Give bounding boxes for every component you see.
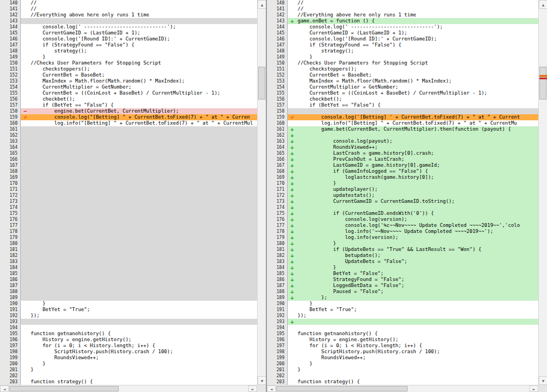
code-row[interactable]: 174 [0,204,257,210]
code-row[interactable]: 163 [0,138,257,144]
code-row[interactable]: 175+ if (CurrentGameID.endsWith('0')) { [267,210,538,217]
code-row[interactable]: 189+ }; [267,295,538,301]
code-row[interactable]: 199 RoundsViewed++; [267,355,538,361]
code-row[interactable]: 189 [0,295,257,301]
code-row[interactable]: 186+ StrategyFound = "False"; [267,277,538,283]
left-hscroll-thumb[interactable] [9,386,119,391]
code-row[interactable]: 190 } [0,301,257,307]
code-row[interactable]: 183+ UpdateBets = "False"; [267,259,538,265]
code-row[interactable]: 166 [0,156,257,162]
code-row[interactable]: 193+ [267,319,538,325]
code-row[interactable]: 200 } [267,361,538,367]
scroll-right-arrow-icon[interactable]: ► [248,385,257,392]
code-row[interactable]: 190 } [267,301,538,307]
code-row[interactable]: 197 for (i = 0; i < History.length; i++)… [267,343,538,349]
code-row[interactable]: 163+ console.log(payout); [267,138,538,144]
code-row[interactable]: 160 log.info("[Betting] " + CurrentBet.t… [0,120,257,126]
code-row[interactable]: 171 [0,186,257,192]
code-row[interactable]: 202 [0,373,257,379]
code-row[interactable]: 186 [0,277,257,283]
code-row[interactable]: 194 [267,325,538,331]
code-row[interactable]: 176+ console.log(version); [267,217,538,223]
code-row[interactable]: 195function getnanohistory() { [267,331,538,337]
code-row[interactable]: 196 History = engine.getHistory(); [0,337,257,343]
code-row[interactable]: 187+ LoggedBetData = "False"; [267,283,538,289]
code-row[interactable]: 203function strategy() { [0,379,257,385]
code-row[interactable]: 196 History = engine.getHistory(); [267,337,538,343]
code-row[interactable]: 158 [267,108,538,114]
code-row[interactable]: 155 CurrentBet = ((CoinLost + BaseBet) /… [0,90,257,96]
code-row[interactable]: 199 RoundsViewed++; [0,355,257,361]
code-row[interactable]: 143+game.onBet = function () { [267,18,538,24]
scroll-left-arrow-icon[interactable]: ◄ [267,385,276,392]
code-row[interactable]: 200 } [0,361,257,367]
code-row[interactable]: 162 [0,132,257,138]
code-row[interactable]: 188 [0,289,257,295]
code-row[interactable]: 177+ console.log('%c~~Nov~~~~ Update Com… [267,223,538,229]
code-row[interactable]: 148 strategy(); [0,48,257,54]
code-row[interactable]: 192}); [267,313,538,319]
code-row[interactable]: 144 console.log(' ----------------------… [267,24,538,30]
code-row[interactable]: 155 CurrentBet = ((CoinLost + BaseBet) /… [267,90,538,96]
code-row[interactable]: 201} [267,367,538,373]
code-row[interactable]: 149 } [0,54,257,60]
code-row[interactable]: 173+ CurrentGameID = CurrentGameID.toStr… [267,198,538,204]
code-row[interactable]: 150//Checks User Parameters for Stopping… [0,60,257,66]
code-row[interactable]: 145 CurrentGameID = (LastGameID + 1); [0,30,257,36]
code-row[interactable]: 140// [267,0,538,6]
scroll-left-arrow-icon[interactable]: ◄ [0,385,9,392]
scroll-up-arrow-icon[interactable]: ▲ [539,0,547,9]
code-row[interactable]: 142//Everything above here only runs 1 t… [0,12,257,18]
code-row[interactable]: 181 [0,247,257,253]
code-row[interactable]: 145 CurrentGameID = (LastGameID + 1); [267,30,538,36]
right-vertical-scrollbar[interactable]: ▲ ▼ [538,0,547,385]
code-row[interactable]: 175 [0,210,257,217]
code-row[interactable]: 193 [0,319,257,325]
code-row[interactable]: 194 [0,325,257,331]
code-row[interactable]: 161 [0,126,257,132]
code-row[interactable]: 197 for (i = 0; i < History.length; i++)… [0,343,257,349]
code-row[interactable]: 203function strategy() { [267,379,538,385]
code-row[interactable]: 185 [0,271,257,277]
scroll-down-arrow-icon[interactable]: ▼ [258,376,266,385]
code-row[interactable]: 164 [0,144,257,150]
code-row[interactable]: 198 ScriptHistory.push(History.crash / 1… [0,349,257,355]
code-row[interactable]: 154 CurrentMultiplier = GetNumber; [0,84,257,90]
scroll-right-arrow-icon[interactable]: ► [529,385,538,392]
code-row[interactable]: 202 [267,373,538,379]
code-row[interactable]: 148 strategy(); [267,48,538,54]
code-row[interactable]: 183 [0,259,257,265]
code-row[interactable]: 184+ } [267,265,538,271]
code-row[interactable]: 176 [0,217,257,223]
code-row[interactable]: 146 console.log('[Round ID]:' + CurrentG… [267,36,538,42]
code-row[interactable]: 180 [0,241,257,247]
code-row[interactable]: 153 MaxIndex = Math.floor(Math.random() … [267,78,538,84]
scroll-down-arrow-icon[interactable]: ▼ [539,376,547,385]
code-row[interactable]: 167+ LastGameID = game.history[0].gameId… [267,162,538,168]
code-row[interactable]: 158− engine.bet(CurrentBet, CurrentMulti… [0,108,257,114]
left-vertical-scrollbar[interactable]: ▲ ▼ [257,0,266,385]
code-row[interactable]: 188+ Paused = "False"; [267,289,538,295]
code-row[interactable]: 180+ } [267,241,538,247]
left-horizontal-scrollbar[interactable]: ◄ ► [0,385,257,392]
code-row[interactable]: 144 console.log(' ----------------------… [0,24,257,30]
code-row[interactable]: 179+ log.info(version); [267,235,538,241]
code-row[interactable]: 182+ betupdate(); [267,253,538,259]
code-row[interactable]: 147 if (StrategyFound == "False") { [267,42,538,48]
code-row[interactable]: 187 [0,283,257,289]
code-row[interactable]: 170 [0,180,257,186]
code-row[interactable]: 172 [0,192,257,198]
code-row[interactable]: 178 [0,229,257,235]
code-row[interactable]: 171+ updateplayer(); [267,186,538,192]
code-row[interactable]: 159≠ console.log("[Betting] " + CurrentB… [0,114,257,120]
code-row[interactable]: 191 BetYet = "True"; [0,307,257,313]
code-row[interactable]: 181+ if (UpdateBets == "True" && LastRes… [267,247,538,253]
right-horizontal-scrollbar[interactable]: ◄ ► [267,385,538,392]
code-row[interactable]: 201} [0,367,257,373]
scroll-up-arrow-icon[interactable]: ▲ [258,0,266,9]
right-code-area[interactable]: 140//141//142//Everything above here onl… [267,0,538,385]
code-row[interactable]: 195function getnanohistory() { [0,331,257,337]
left-code-area[interactable]: 140//141//142//Everything above here onl… [0,0,257,385]
code-row[interactable]: 166+ PrevCashOut = LastCrash; [267,156,538,162]
code-row[interactable]: 160 log.info("[Betting] " + CurrentBet.t… [267,120,538,126]
